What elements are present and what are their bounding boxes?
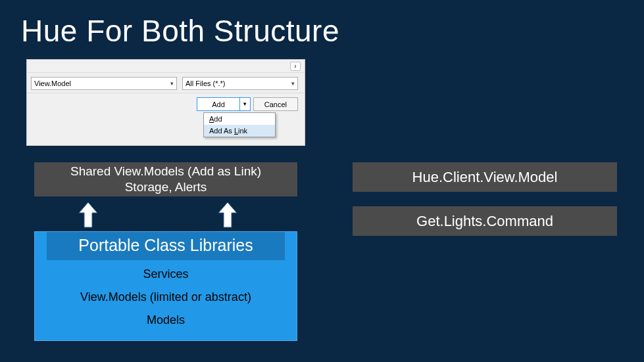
chevron-down-icon: ▾ [170, 80, 174, 87]
shared-line1: Shared View.Models (Add as Link) [70, 164, 261, 179]
add-dropdown-menu: Add Add As Link [203, 112, 276, 137]
file-filter-value: All Files (*.*) [186, 79, 226, 87]
file-name-select[interactable]: View.Model ▾ [31, 77, 177, 90]
shared-line2: Storage, Alerts [125, 179, 207, 195]
get-lights-command-box: Get.Lights.Command [353, 206, 617, 236]
pcl-row-viewmodels: View.Models (limited or abstract) [35, 286, 297, 309]
menu-item-add-as-link[interactable]: Add As Link [204, 125, 275, 137]
add-button[interactable]: Add [197, 97, 240, 111]
pcl-box: Portable Class Libraries Services View.M… [34, 231, 297, 341]
pcl-row-models: Models [35, 309, 297, 332]
file-filter-select[interactable]: All Files (*.*) ▾ [182, 77, 298, 90]
hue-client-viewmodel-box: Hue.Client.View.Model [353, 162, 617, 192]
arrow-group [34, 197, 297, 231]
cancel-button[interactable]: Cancel [253, 97, 298, 111]
up-arrow-icon [78, 201, 99, 229]
file-dialog: › View.Model ▾ All Files (*.*) ▾ Add ▼ C… [26, 59, 305, 146]
slide-title: Hue For Both Structure [0, 0, 644, 49]
pcl-row-services: Services [35, 263, 297, 286]
toolbar-chevron-icon[interactable]: › [290, 62, 301, 71]
add-split-button[interactable]: Add ▼ [197, 97, 251, 111]
up-arrow-icon [217, 201, 238, 229]
menu-item-add[interactable]: Add [204, 113, 275, 125]
file-name-value: View.Model [34, 79, 71, 87]
shared-viewmodels-box: Shared View.Models (Add as Link) Storage… [34, 162, 297, 196]
pcl-header: Portable Class Libraries [47, 232, 285, 260]
add-dropdown-button[interactable]: ▼ [240, 97, 251, 111]
chevron-down-icon: ▾ [291, 80, 295, 87]
